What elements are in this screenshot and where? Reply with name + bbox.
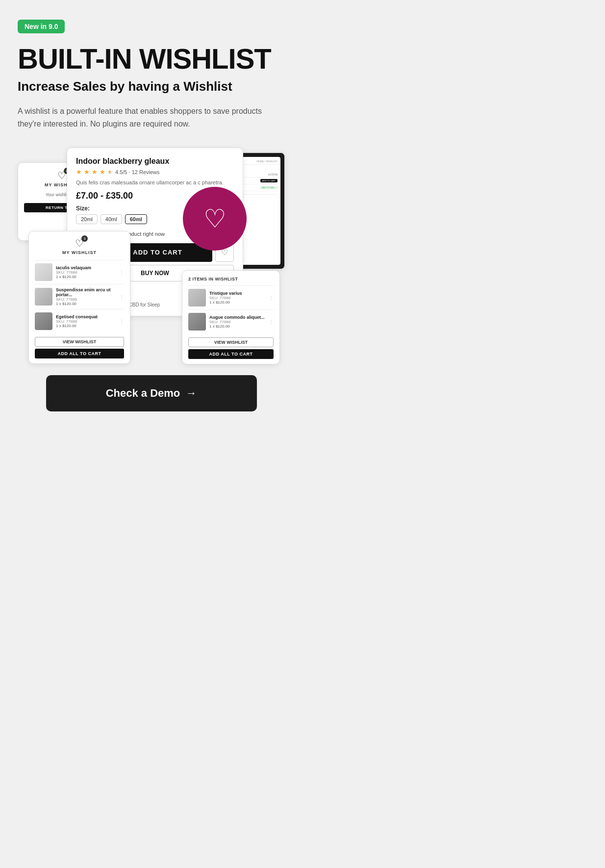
right-item1-price: 1 x $120.00 (209, 300, 265, 305)
item1-price: 1 x $120.00 (56, 275, 116, 279)
heart-circle-overlay: ♡ (183, 187, 247, 251)
item2-info: Suspendisse enim arcu ut portar... SKU: … (56, 287, 116, 306)
wishlist-front-header: ♡ 3 MY WISHLIST (35, 237, 124, 255)
item3-delete-icon[interactable]: ⋮ (119, 319, 124, 324)
wishlist-item-1: Iaculis velaquam SKU: 77888 1 x $120.00 … (35, 260, 124, 284)
right-item1-image (188, 289, 206, 306)
item2-sku: SKU: 77888 (56, 297, 116, 302)
tablet-breadcrumb: HOME / WISHLIST (256, 160, 277, 163)
sub-title: Increase Sales by having a Wishlist (18, 79, 285, 94)
demo-btn-container: Check a Demo → (18, 375, 285, 411)
check-a-demo-button[interactable]: Check a Demo → (46, 375, 257, 411)
heart-count-back: ♡ 0 (57, 170, 66, 181)
star-1: ★ (76, 168, 82, 176)
item1-sku: SKU: 77888 (56, 270, 116, 275)
right-item2-name: Augue commodo aliquet... (209, 315, 265, 320)
item2-price: 1 x $120.00 (56, 302, 116, 306)
item1-image (35, 263, 52, 281)
item2-image (35, 288, 52, 306)
star-4: ★ (100, 168, 105, 176)
right-item1-info: Tristique varius SKU: 77888 1 x $120.00 (209, 291, 265, 305)
shoe-image (35, 263, 52, 281)
new-badge: New in 9.0 (18, 20, 65, 33)
wishlist-count-front: 3 (81, 235, 88, 242)
person2-image (35, 312, 52, 330)
main-title: BUILT-IN WISHLIST (18, 44, 285, 74)
tablet-row1-action[interactable]: ADD TO CART (260, 179, 277, 182)
size-60ml[interactable]: 60ml (125, 214, 147, 224)
stars-row: ★ ★ ★ ★ ★★ 4.5/5 · 12 Reviews (76, 168, 234, 176)
right-item2-delete-icon[interactable]: ⋮ (269, 319, 274, 325)
right-item1-sku: SKU: 77888 (209, 296, 265, 300)
view-wishlist-button-front[interactable]: VIEW WISHLIST (35, 337, 124, 347)
wishlist-right-card: 2 ITEMS IN WISHLIST Tristique varius SKU… (182, 270, 280, 364)
product-description: Quis felis cras malesuada ornare ullamco… (76, 179, 234, 186)
right-wishlist-item-2: Augue commodo aliquet... SKU: 77888 1 x … (188, 309, 274, 333)
wishlist-front-card: ♡ 3 MY WISHLIST Iaculis velaquam SKU: 77… (28, 231, 130, 364)
right-person1-image (188, 289, 206, 306)
view-wishlist-button-right[interactable]: VIEW WISHLIST (188, 337, 274, 347)
item2-name: Suspendisse enim arcu ut portar... (56, 287, 116, 297)
item3-price: 1 x $120.00 (56, 324, 116, 328)
right-item2-price: 1 x $120.00 (209, 324, 265, 329)
heart-circle-icon: ♡ (203, 206, 227, 231)
tablet-row2-action[interactable]: ADD TO CAR... (260, 186, 277, 189)
wishlist-item-2: Suspendisse enim arcu ut portar... SKU: … (35, 284, 124, 309)
add-all-to-cart-button-front[interactable]: ADD ALL TO CART (35, 349, 124, 358)
right-item1-name: Tristique varius (209, 291, 265, 296)
right-item2-info: Augue commodo aliquet... SKU: 77888 1 x … (209, 315, 265, 329)
page-container: New in 9.0 BUILT-IN WISHLIST Increase Sa… (0, 0, 302, 436)
description-text: A wishlist is a powerful feature that en… (18, 105, 273, 130)
wishlist-item-3: Egetised consequat SKU: 77888 1 x $120.0… (35, 309, 124, 333)
item1-delete-icon[interactable]: ⋮ (119, 270, 124, 275)
add-all-to-cart-button-right[interactable]: ADD ALL TO CART (188, 349, 274, 359)
person1-image (35, 288, 52, 306)
wishlist-front-actions: VIEW WISHLIST ADD ALL TO CART (35, 337, 124, 358)
size-40ml[interactable]: 40ml (101, 214, 122, 224)
right-item1-delete-icon[interactable]: ⋮ (269, 295, 274, 301)
item1-name: Iaculis velaquam (56, 265, 116, 270)
wishlist-front-label: MY WISHLIST (62, 250, 97, 255)
item3-name: Egetised consequat (56, 314, 116, 319)
heart-count-front: ♡ 3 (75, 237, 84, 249)
size-20ml[interactable]: 20ml (76, 214, 98, 224)
wishlist-right-title: 2 ITEMS IN WISHLIST (188, 277, 274, 281)
item3-image (35, 312, 52, 330)
star-2: ★ (84, 168, 90, 176)
demo-label: Check a Demo (106, 387, 180, 400)
item3-sku: SKU: 77888 (56, 319, 116, 324)
right-item2-sku: SKU: 77888 (209, 320, 265, 324)
tablet-col2: ACTION (268, 173, 277, 176)
rating-text: 4.5/5 · 12 Reviews (115, 169, 160, 175)
star-3: ★ (92, 168, 98, 176)
star-half: ★★ (107, 168, 113, 176)
mockup-area: ♡ 0 MY WISHLIST Your wishlist is e RETUR… (18, 148, 285, 354)
right-item2-image (188, 313, 206, 331)
right-person2-image (188, 313, 206, 331)
right-wishlist-item-1: Tristique varius SKU: 77888 1 x $120.00 … (188, 285, 274, 309)
demo-arrow-icon: → (186, 387, 197, 400)
add-to-cart-label: ADD TO CART (133, 249, 182, 256)
item2-delete-icon[interactable]: ⋮ (119, 294, 124, 300)
wishlist-right-actions: VIEW WISHLIST ADD ALL TO CART (188, 337, 274, 359)
product-title: Indoor blackberry gleaux (76, 157, 234, 166)
item3-info: Egetised consequat SKU: 77888 1 x $120.0… (56, 314, 116, 328)
item1-info: Iaculis velaquam SKU: 77888 1 x $120.00 (56, 265, 116, 279)
